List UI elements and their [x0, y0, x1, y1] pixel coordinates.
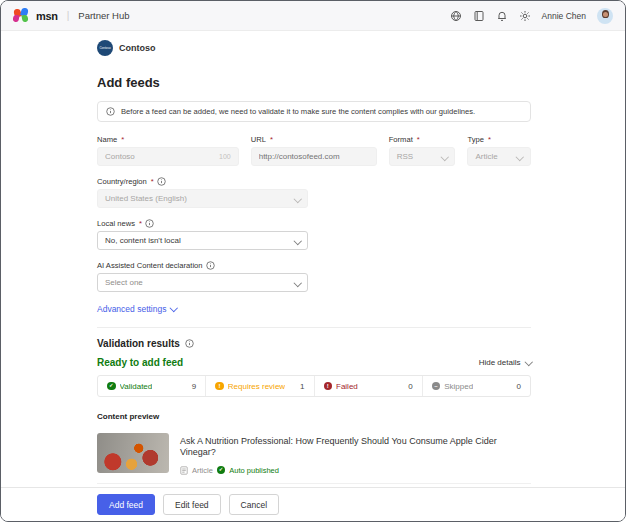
ai-declaration-select[interactable]: Select one: [97, 273, 308, 292]
info-icon[interactable]: [206, 261, 215, 270]
hide-details-toggle[interactable]: Hide details: [479, 358, 531, 367]
article-status: Auto published: [229, 466, 279, 475]
validation-status-row: Ready to add feed Hide details: [97, 357, 531, 368]
globe-icon[interactable]: [450, 10, 462, 22]
format-label: Format*: [389, 135, 456, 144]
brand-divider: |: [67, 10, 70, 21]
ai-declaration-label: AI Assisted Content declaration: [97, 261, 308, 270]
document-icon: [180, 466, 188, 475]
url-input: [251, 147, 377, 166]
type-label: Type*: [467, 135, 531, 144]
main-content: Contoso Contoso Add feeds Before a feed …: [1, 31, 625, 522]
guidelines-banner-text: Before a feed can be added, we need to v…: [121, 107, 475, 116]
app-header: msn | Partner Hub Annie Chen: [1, 1, 625, 31]
stat-skipped: Skipped 0: [422, 376, 530, 396]
error-circle-icon: [324, 382, 333, 391]
chevron-down-icon: [293, 279, 301, 287]
book-icon[interactable]: [473, 10, 485, 22]
validation-status: Ready to add feed: [97, 357, 183, 368]
type-field-group: Type* Article: [467, 135, 531, 166]
org-selector[interactable]: Contoso Contoso: [97, 40, 156, 56]
partner-hub-window: msn | Partner Hub Annie Chen Contoso Con: [0, 0, 626, 522]
chevron-down-icon: [524, 358, 532, 366]
country-select: United States (English): [97, 189, 308, 208]
stat-requires-review: Requires review 1: [205, 376, 313, 396]
guidelines-banner: Before a feed can be added, we need to v…: [97, 101, 531, 122]
bell-icon[interactable]: [496, 10, 508, 22]
name-label: Name*: [97, 135, 239, 144]
name-input: 100: [97, 147, 239, 166]
local-news-select[interactable]: No, content isn't local: [97, 231, 308, 250]
brand-name: msn: [36, 10, 58, 22]
stat-validated: Validated 9: [98, 376, 205, 396]
apple-cider-vinegar-photo: [97, 433, 169, 473]
gear-icon[interactable]: [519, 10, 531, 22]
ai-declaration-field-group: AI Assisted Content declaration Select o…: [97, 261, 308, 292]
article-row: Ask A Nutrition Professional: How Freque…: [97, 425, 531, 483]
name-field-group: Name* 100: [97, 135, 239, 166]
local-news-label: Local news*: [97, 219, 308, 228]
chevron-down-icon: [516, 153, 524, 161]
org-name: Contoso: [119, 43, 156, 53]
url-field-group: URL*: [251, 135, 377, 166]
org-avatar: Contoso: [97, 40, 113, 56]
msn-butterfly-logo-icon: [13, 8, 29, 23]
validation-results-header: Validation results: [97, 338, 531, 349]
chevron-down-icon: [293, 195, 301, 203]
brand-area: msn | Partner Hub: [13, 8, 130, 23]
local-news-field-group: Local news* No, content isn't local: [97, 219, 308, 250]
validation-results-title: Validation results: [97, 338, 180, 349]
user-name[interactable]: Annie Chen: [542, 11, 586, 21]
article-meta: Article Auto published: [180, 466, 531, 475]
format-field-group: Format* RSS: [389, 135, 456, 166]
warning-circle-icon: [215, 382, 224, 391]
content-preview-title: Content preview: [97, 412, 531, 421]
type-select: Article: [467, 147, 531, 166]
advanced-settings-link[interactable]: Advanced settings: [97, 304, 177, 314]
app-name: Partner Hub: [78, 10, 129, 21]
edit-feed-button[interactable]: Edit feed: [163, 494, 221, 515]
action-footer: Add feed Edit feed Cancel: [1, 487, 625, 521]
validation-stats-bar: Validated 9 Requires review 1 Failed 0 S…: [97, 375, 531, 397]
info-icon[interactable]: [145, 219, 154, 228]
user-avatar[interactable]: [597, 8, 613, 24]
name-char-limit: 100: [219, 153, 231, 160]
article-type: Article: [192, 466, 213, 475]
country-field-group: Country/region* United States (English): [97, 177, 308, 208]
page-title: Add feeds: [97, 75, 531, 90]
section-divider: [97, 327, 531, 328]
info-icon: [106, 107, 115, 116]
url-label: URL*: [251, 135, 377, 144]
skipped-circle-icon: [432, 382, 441, 391]
feed-basic-fields: Name* 100 URL* Format* RSS: [97, 135, 531, 166]
article-title: Ask A Nutrition Professional: How Freque…: [180, 436, 531, 459]
chevron-down-icon: [170, 304, 178, 312]
info-icon[interactable]: [185, 339, 194, 348]
check-circle-icon: [217, 466, 226, 475]
cancel-button[interactable]: Cancel: [229, 494, 279, 515]
header-actions: Annie Chen: [450, 8, 613, 24]
chevron-down-icon: [293, 237, 301, 245]
info-icon[interactable]: [157, 177, 166, 186]
country-label: Country/region*: [97, 177, 308, 186]
format-select: RSS: [389, 147, 456, 166]
stat-failed: Failed 0: [314, 376, 422, 396]
check-circle-icon: [107, 382, 116, 391]
add-feed-button[interactable]: Add feed: [97, 494, 155, 515]
chevron-down-icon: [441, 153, 449, 161]
